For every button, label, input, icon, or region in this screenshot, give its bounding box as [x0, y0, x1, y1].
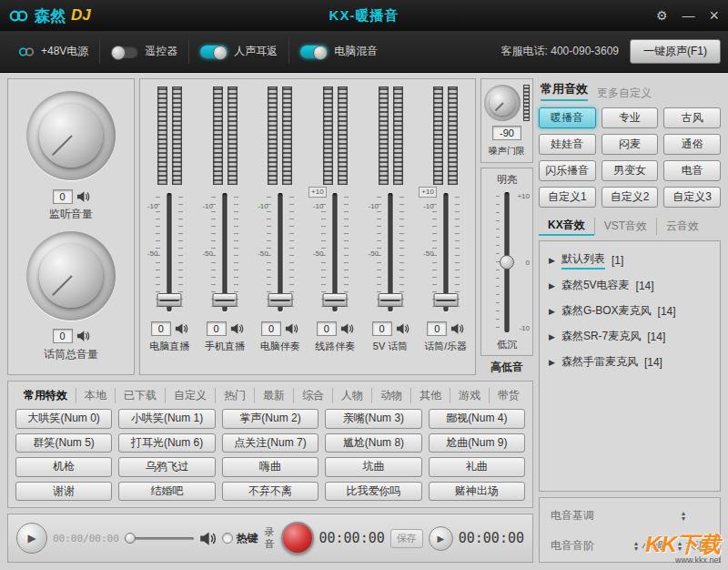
expand-arrow-icon[interactable]: ▶ — [549, 281, 555, 290]
se-button[interactable]: 点关注(Num 7) — [222, 433, 318, 453]
minimize-button[interactable]: — — [682, 8, 694, 23]
etone-minor-option[interactable]: ▴▾ 小调 — [634, 538, 663, 554]
fader-handle[interactable] — [213, 293, 238, 307]
fx-preset-button[interactable]: 闷麦 — [602, 134, 659, 155]
fx-preset-button[interactable]: 男变女 — [602, 160, 659, 181]
expand-arrow-icon[interactable]: ▶ — [549, 358, 555, 367]
channel-fader[interactable]: +10 -10 -50 — [308, 189, 363, 315]
se-button[interactable]: 嗨曲 — [222, 457, 318, 477]
se-button[interactable]: 谢谢 — [15, 482, 112, 502]
se-button[interactable]: 机枪 — [15, 457, 112, 477]
se-button[interactable]: 掌声(Num 2) — [222, 409, 318, 429]
list-item[interactable]: ▶ 森然5V电容麦 [14] — [549, 274, 711, 297]
list-item[interactable]: ▶ 森然SR-7麦克风 [14] — [549, 325, 711, 348]
remote-switch[interactable] — [111, 46, 138, 58]
se-button[interactable]: 鄙视(Num 4) — [429, 409, 525, 429]
se-tab-sale[interactable]: 带货 — [489, 388, 525, 403]
se-button[interactable]: 亲嘴(Num 3) — [325, 409, 421, 429]
tab-cloud-fx[interactable]: 云音效 — [656, 218, 708, 235]
channel-speaker-icon[interactable] — [450, 322, 464, 335]
se-tab-mixed[interactable]: 综合 — [293, 388, 332, 403]
mic-mute-speaker-icon[interactable] — [76, 330, 90, 342]
se-tab-custom[interactable]: 自定义 — [165, 388, 215, 403]
expand-arrow-icon[interactable]: ▶ — [549, 307, 555, 316]
se-button[interactable]: 尴尬(Num 8) — [325, 433, 421, 453]
fx-preset-button[interactable]: 自定义2 — [602, 187, 659, 208]
fx-preset-button[interactable]: 古风 — [663, 107, 721, 128]
channel-fader[interactable]: +10 -10 -50 — [418, 189, 473, 315]
channel-fader[interactable]: -10 -50 — [142, 189, 197, 315]
etone-pitch-spinner[interactable]: ▴ ▾ — [682, 511, 685, 522]
se-button[interactable]: 比我爱你吗 — [325, 482, 421, 502]
se-tab-local[interactable]: 本地 — [76, 388, 115, 403]
etone-major-option[interactable]: ▴▾ 大调 — [678, 538, 707, 554]
se-tab-other[interactable]: 其他 — [410, 388, 450, 403]
se-button[interactable]: 坑曲 — [325, 457, 421, 477]
se-button[interactable]: 赌神出场 — [429, 482, 525, 502]
list-item[interactable]: ▶ 森然G-BOX麦克风 [14] — [549, 300, 711, 322]
list-item[interactable]: ▶ 森然手雷麦克风 [14] — [549, 351, 711, 373]
progress-slider[interactable] — [125, 532, 194, 545]
save-button[interactable]: 保存 — [390, 529, 423, 548]
fx-preset-button[interactable]: 专业 — [602, 107, 659, 128]
se-button[interactable]: 尬曲(Num 9) — [429, 433, 525, 453]
progress-thumb[interactable] — [125, 533, 136, 544]
fx-preset-button[interactable]: 娃娃音 — [539, 134, 596, 155]
channel-speaker-icon[interactable] — [396, 322, 410, 335]
se-tab-game[interactable]: 游戏 — [450, 388, 489, 403]
se-button[interactable]: 乌鸦飞过 — [118, 457, 215, 477]
playback-button[interactable]: ▶ — [429, 526, 453, 551]
fader-handle[interactable] — [323, 293, 348, 307]
fx-preset-button[interactable]: 暖播音 — [539, 107, 596, 128]
tone-slider-thumb[interactable] — [500, 255, 514, 270]
se-button[interactable]: 结婚吧 — [118, 482, 215, 502]
fader-handle[interactable] — [268, 293, 292, 307]
settings-gear-icon[interactable]: ⚙ — [656, 8, 668, 23]
fx-preset-button[interactable]: 自定义1 — [539, 187, 596, 208]
more-custom-link[interactable]: 更多自定义 — [597, 86, 652, 101]
channel-fader[interactable]: -10 -50 — [197, 189, 253, 315]
fx-preset-button[interactable]: 闪乐播音 — [539, 160, 596, 181]
se-tab-animal[interactable]: 动物 — [371, 388, 410, 403]
monitor-mute-speaker-icon[interactable] — [76, 190, 90, 203]
channel-fader[interactable]: -10 -50 — [363, 189, 419, 315]
player-speaker-icon[interactable] — [199, 531, 217, 546]
fader-handle[interactable] — [157, 293, 182, 307]
mic-total-knob[interactable] — [26, 231, 116, 321]
se-button[interactable]: 礼曲 — [429, 457, 525, 477]
noise-gate-knob[interactable] — [484, 85, 521, 121]
fader-handle[interactable] — [433, 293, 458, 307]
fader-handle[interactable] — [379, 293, 403, 307]
channel-fader[interactable]: -10 -50 — [252, 189, 308, 315]
channel-speaker-icon[interactable] — [340, 322, 354, 335]
list-item[interactable]: ▶ 默认列表 [1] — [549, 249, 711, 271]
channel-speaker-icon[interactable] — [230, 322, 244, 335]
tone-slider[interactable]: +10 0 -10 — [481, 190, 532, 334]
fx-preset-button[interactable]: 通俗 — [663, 134, 721, 155]
ear-monitor-switch[interactable] — [200, 46, 228, 58]
se-button[interactable]: 不弃不离 — [222, 482, 318, 502]
close-button[interactable]: × — [709, 6, 719, 25]
se-button[interactable]: 大哄笑(Num 0) — [15, 409, 112, 429]
record-button[interactable] — [281, 522, 314, 555]
tab-vst-fx[interactable]: VST音效 — [594, 218, 656, 235]
phantom-power-toggle[interactable]: +48V电源 — [7, 40, 99, 64]
se-tab-common[interactable]: 常用特效 — [15, 388, 76, 403]
monitor-volume-knob[interactable] — [26, 91, 116, 180]
expand-arrow-icon[interactable]: ▶ — [549, 332, 555, 341]
channel-speaker-icon[interactable] — [285, 322, 298, 335]
se-tab-new[interactable]: 最新 — [254, 388, 293, 403]
expand-arrow-icon[interactable]: ▶ — [549, 256, 555, 265]
se-button[interactable]: 群笑(Num 5) — [15, 433, 112, 453]
se-tab-people[interactable]: 人物 — [332, 388, 371, 403]
se-tab-hot[interactable]: 热门 — [215, 388, 254, 403]
se-tab-downloaded[interactable]: 已下载 — [115, 388, 165, 403]
bypass-button[interactable]: 一键原声(F1) — [630, 39, 721, 64]
pc-mix-switch[interactable] — [300, 46, 328, 58]
tab-kx-fx[interactable]: KX音效 — [539, 217, 594, 236]
se-button[interactable]: 打耳光(Num 6) — [118, 433, 215, 453]
fx-preset-button[interactable]: 自定义3 — [663, 187, 721, 208]
se-button[interactable]: 小哄笑(Num 1) — [118, 409, 215, 429]
play-button[interactable]: ▶ — [16, 523, 47, 554]
fx-preset-button[interactable]: 电音 — [663, 160, 721, 181]
